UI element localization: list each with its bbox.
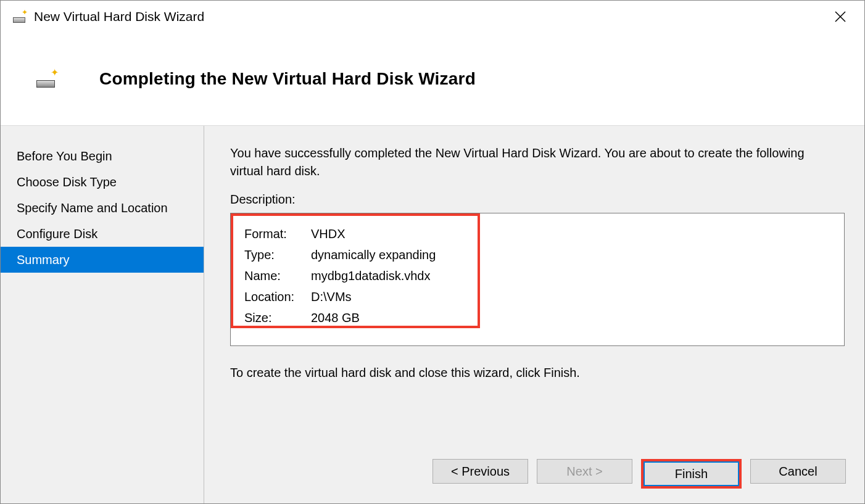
step-label: Before You Begin <box>17 149 112 163</box>
summary-key: Size: <box>244 311 311 325</box>
wizard-steps-sidebar: Before You Begin Choose Disk Type Specif… <box>1 126 204 503</box>
wizard-body: Before You Begin Choose Disk Type Specif… <box>1 125 864 503</box>
page-title: Completing the New Virtual Hard Disk Wiz… <box>99 69 476 89</box>
step-label: Configure Disk <box>17 227 97 241</box>
step-label: Summary <box>17 253 70 267</box>
finish-button[interactable]: Finish <box>644 461 739 486</box>
wizard-buttons: < Previous Next > Finish Cancel <box>432 459 846 489</box>
step-configure-disk[interactable]: Configure Disk <box>1 221 204 247</box>
step-choose-disk-type[interactable]: Choose Disk Type <box>1 169 204 195</box>
summary-key: Name: <box>244 269 311 283</box>
titlebar: ✦ New Virtual Hard Disk Wizard <box>1 1 864 33</box>
disk-icon: ✦ <box>36 70 55 88</box>
summary-value: dynamically expanding <box>311 248 436 262</box>
step-label: Choose Disk Type <box>17 175 117 189</box>
cancel-button[interactable]: Cancel <box>750 459 846 484</box>
summary-row-location: Location: D:\VMs <box>244 286 832 307</box>
close-icon <box>835 11 846 22</box>
description-box: Format: VHDX Type: dynamically expanding… <box>230 213 845 346</box>
wizard-window: ✦ New Virtual Hard Disk Wizard ✦ Complet… <box>0 0 865 504</box>
summary-row-name: Name: mydbg1datadisk.vhdx <box>244 265 832 286</box>
window-title: New Virtual Hard Disk Wizard <box>34 9 204 24</box>
step-specify-name-location[interactable]: Specify Name and Location <box>1 195 204 221</box>
previous-button[interactable]: < Previous <box>432 459 528 484</box>
summary-value: VHDX <box>311 227 346 241</box>
close-button[interactable] <box>826 7 855 27</box>
next-button: Next > <box>537 459 632 484</box>
summary-row-size: Size: 2048 GB <box>244 307 832 328</box>
summary-value: mydbg1datadisk.vhdx <box>311 269 430 283</box>
summary-key: Location: <box>244 290 311 304</box>
description-label: Description: <box>230 192 845 207</box>
summary-key: Format: <box>244 227 311 241</box>
disk-icon: ✦ <box>13 10 25 23</box>
intro-text: You have successfully completed the New … <box>230 144 822 180</box>
wizard-content: You have successfully completed the New … <box>204 126 864 503</box>
summary-row-type: Type: dynamically expanding <box>244 244 832 265</box>
summary-value: 2048 GB <box>311 311 360 325</box>
closing-text: To create the virtual hard disk and clos… <box>230 366 845 380</box>
step-summary[interactable]: Summary <box>1 247 204 273</box>
step-label: Specify Name and Location <box>17 201 168 215</box>
step-before-you-begin[interactable]: Before You Begin <box>1 143 204 169</box>
annotation-highlight: Finish <box>641 459 742 489</box>
summary-value: D:\VMs <box>311 290 352 304</box>
wizard-header: ✦ Completing the New Virtual Hard Disk W… <box>1 33 864 125</box>
summary-row-format: Format: VHDX <box>244 223 832 244</box>
summary-key: Type: <box>244 248 311 262</box>
